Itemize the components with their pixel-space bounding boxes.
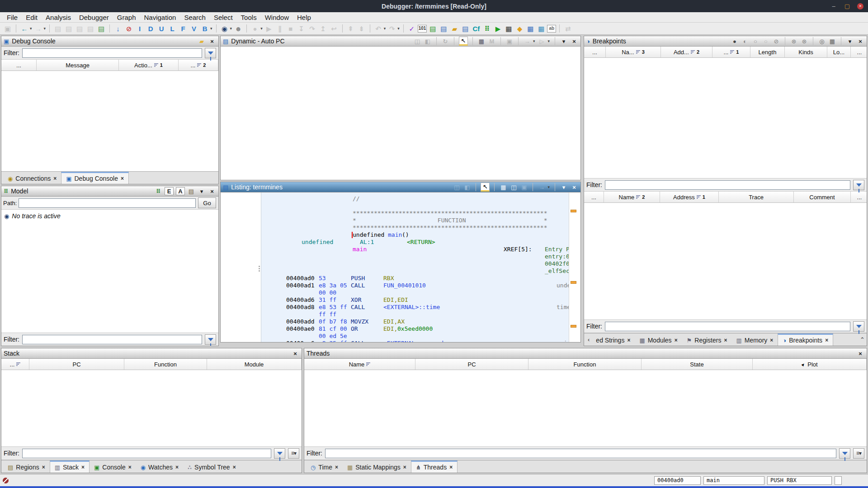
symbol-table-icon[interactable]: ▤ [460, 24, 470, 33]
tab-close-icon[interactable]: × [121, 175, 124, 182]
tab-registers[interactable]: ⚑Registers× [682, 333, 732, 346]
filter-options-button[interactable] [839, 448, 850, 459]
clone-view-icon[interactable]: ◫ [509, 183, 518, 191]
listing-overview-margin[interactable] [569, 192, 580, 342]
pin-down-icon[interactable]: ↓ [113, 24, 123, 33]
listing-line[interactable]: // [261, 195, 569, 202]
dynamic-listing-body[interactable] [221, 47, 580, 180]
save-icon[interactable]: ▣ [3, 24, 13, 33]
console-cf-icon[interactable]: Cf [471, 24, 481, 33]
tab-overflow-button[interactable]: ⌃ [858, 333, 867, 346]
listing-line[interactable]: 00400ad053PUSHRBX [261, 275, 569, 282]
tab-stack[interactable]: ▥Stack× [50, 460, 90, 473]
listing-line[interactable]: ff ff [261, 311, 569, 318]
tab-ed-strings[interactable]: ed Strings× [591, 333, 635, 346]
stack-table-body[interactable] [1, 370, 302, 446]
menu-edit[interactable]: Edit [22, 13, 42, 22]
column-header-function[interactable]: Function [124, 359, 207, 370]
tab-close-icon[interactable]: × [42, 464, 45, 470]
tab-regions[interactable]: ▤Regions× [3, 460, 50, 473]
markup-l-icon[interactable]: L [167, 24, 177, 33]
listing-line[interactable]: 00402f0( [261, 260, 569, 267]
goto-icon[interactable]: → [538, 183, 546, 191]
paste-icon[interactable]: ◧ [463, 183, 471, 191]
panel-close-icon[interactable]: × [208, 38, 216, 45]
copy-icon[interactable]: ◫ [413, 38, 421, 45]
dynamic-header[interactable]: ▤ Dynamic - Auto PC ◫◧↻↖▦M▣→▾▷▾▾× [221, 36, 580, 47]
capture-snapshot-icon[interactable]: ▣ [505, 38, 514, 45]
threads-table-body[interactable] [304, 370, 867, 446]
debugger-attach-icon[interactable]: ☻ [233, 24, 243, 33]
minimize-button[interactable]: – [830, 3, 837, 10]
filter-options-button[interactable] [853, 321, 864, 332]
column-header-na[interactable]: Na...3 [606, 47, 661, 57]
menu-graph[interactable]: Graph [113, 13, 140, 22]
undo-icon[interactable]: ↶ [373, 24, 383, 33]
model-filter-input[interactable] [22, 335, 202, 344]
breakpoint-locations-table-body[interactable] [584, 203, 867, 319]
disable-breakpoint-icon[interactable]: ○ [751, 38, 760, 45]
listing-line[interactable]: ****************************************… [261, 224, 569, 231]
listing-line[interactable]: 00400ad8e8 53 ffCALL<EXTERNAL>::timetime [261, 304, 569, 311]
program-2-icon[interactable]: ▤ [64, 24, 74, 33]
compare-dropdown-icon[interactable]: ▾ [547, 39, 550, 43]
column-header-[interactable]: ... [1, 60, 37, 70]
skip-forward-icon[interactable]: ⇞ [346, 24, 356, 33]
track-cursor-icon[interactable]: ↖ [481, 183, 490, 192]
listing-line[interactable]: 00400add0f b7 f8MOVZXEDI,AX [261, 318, 569, 325]
overview-marker[interactable] [571, 210, 576, 212]
copy-icon[interactable]: ◫ [453, 183, 461, 191]
skip-back-icon[interactable]: ⇟ [357, 24, 367, 33]
column-header-add[interactable]: Add...2 [661, 47, 712, 57]
panel-close-icon[interactable]: × [856, 350, 864, 357]
table-view-icon[interactable]: ▦ [525, 24, 535, 33]
menu-tools[interactable]: Tools [237, 13, 261, 22]
swap-views-icon[interactable]: ⇄ [563, 24, 573, 33]
keyboard-icon[interactable]: ▦ [504, 24, 514, 33]
tab-symbol-tree[interactable]: ∴Symbol Tree× [183, 460, 241, 473]
disable-all-breakpoints-icon[interactable]: ○ [762, 38, 770, 45]
column-header-state[interactable]: State [642, 359, 753, 370]
listing-line[interactable]: 00400ae6e8 25 ffCALL<EXTERNAL>::srandvoi… [261, 340, 569, 342]
listing-code-area[interactable]: //**************************************… [261, 192, 569, 342]
tab-time[interactable]: ◷Time× [306, 460, 343, 473]
goto-dropdown-icon[interactable]: ▾ [533, 39, 535, 43]
column-header-[interactable]: ... [584, 47, 606, 57]
panel-menu-icon[interactable]: ▾ [198, 188, 206, 195]
refresh-icon[interactable]: ↻ [441, 38, 449, 45]
filter-options-button[interactable] [853, 180, 864, 190]
listing-line[interactable]: 00400ad1e8 3a 05CALLFUN_00401010unde [261, 282, 569, 289]
panel-close-icon[interactable]: × [570, 38, 578, 45]
search-icon[interactable]: ◎ [818, 38, 826, 45]
tab-close-icon[interactable]: × [627, 337, 630, 343]
column-header-name[interactable]: Name2 [604, 192, 660, 202]
column-header-length[interactable]: Length [750, 47, 785, 57]
paste-icon[interactable]: ◧ [424, 38, 432, 45]
column-header-[interactable]: ... [851, 192, 867, 202]
menu-debugger[interactable]: Debugger [75, 13, 113, 22]
tab-scroll-left-button[interactable]: ‹ [586, 333, 591, 346]
show-elements-icon[interactable]: E [165, 187, 174, 195]
markup-f-icon[interactable]: F [178, 24, 188, 33]
filter-options-button[interactable] [205, 334, 216, 345]
table-settings-button[interactable]: ≡▾ [288, 448, 299, 459]
debug-console-header[interactable]: ▣ Debug Console ▰× [1, 36, 218, 47]
program-snapshot-icon[interactable]: ▤ [96, 24, 106, 33]
column-header-[interactable]: ...1 [712, 47, 750, 57]
string-view-icon[interactable]: ab [547, 25, 556, 33]
listing-line[interactable] [261, 202, 569, 210]
table-options-icon[interactable]: ▦ [828, 38, 836, 45]
diff-tree-icon[interactable]: ⠿ [154, 188, 162, 195]
menu-analysis[interactable]: Analysis [42, 13, 75, 22]
panel-close-icon[interactable]: × [570, 183, 578, 191]
enable-breakpoint-icon[interactable]: ◐ [741, 38, 749, 45]
markup-b-dropdown-icon[interactable]: ▾ [210, 26, 212, 31]
binary-view-icon[interactable]: 101 [418, 25, 427, 33]
tree-view-icon[interactable]: ⠿ [482, 24, 492, 33]
clipboard-icon[interactable]: ▤ [187, 188, 195, 195]
redo-icon[interactable]: ↷ [387, 24, 397, 33]
interrupt-icon[interactable]: ∥ [275, 24, 285, 33]
tab-close-icon[interactable]: × [675, 337, 678, 343]
step-out-icon[interactable]: ↥ [318, 24, 328, 33]
markup-d-icon[interactable]: D [146, 24, 156, 33]
